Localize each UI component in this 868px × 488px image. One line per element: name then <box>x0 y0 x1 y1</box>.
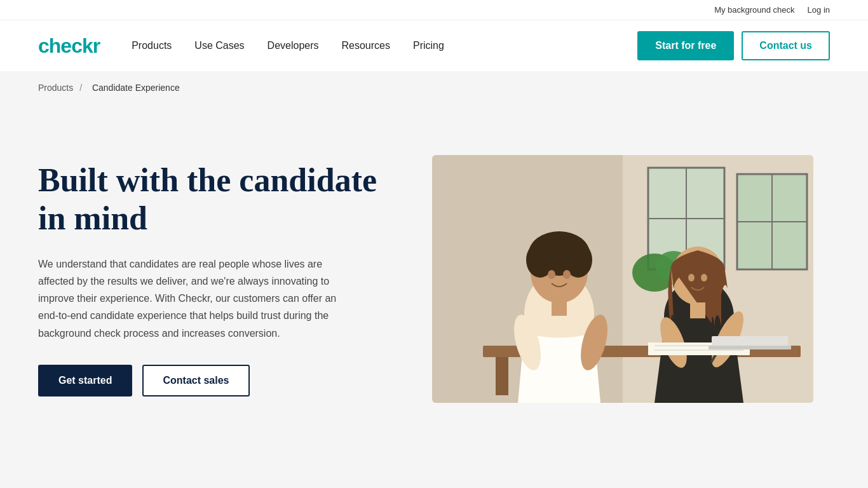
breadcrumb-current: Candidate Experience <box>92 83 180 93</box>
nav-item-developers[interactable]: Developers <box>268 40 319 51</box>
nav-item-use-cases[interactable]: Use Cases <box>194 40 244 51</box>
nav-actions: Start for free Contact us <box>637 31 830 60</box>
nav-item-pricing[interactable]: Pricing <box>413 40 444 51</box>
hero-illustration <box>432 155 813 403</box>
get-started-button[interactable]: Get started <box>38 365 132 396</box>
hero-image <box>432 155 813 403</box>
hero-content: Built with the candidate in mind We unde… <box>38 161 394 396</box>
nav-links: Products Use Cases Developers Resources … <box>132 40 637 51</box>
contact-us-button[interactable]: Contact us <box>742 31 830 60</box>
background-check-link[interactable]: My background check <box>714 5 794 15</box>
hero-section: Built with the candidate in mind We unde… <box>0 104 868 460</box>
start-for-free-button[interactable]: Start for free <box>637 31 734 60</box>
hero-title: Built with the candidate in mind <box>38 161 394 238</box>
svg-rect-42 <box>432 155 813 403</box>
navbar: checkr Products Use Cases Developers Res… <box>0 20 868 71</box>
nav-item-resources[interactable]: Resources <box>342 40 390 51</box>
contact-sales-button[interactable]: Contact sales <box>142 365 249 396</box>
breadcrumb: Products / Candidate Experience <box>0 71 868 104</box>
logo-text: checkr <box>38 34 100 58</box>
nav-item-products[interactable]: Products <box>132 40 172 51</box>
login-link[interactable]: Log in <box>808 5 830 15</box>
logo[interactable]: checkr <box>38 34 100 58</box>
hero-description: We understand that candidates are real p… <box>38 255 343 342</box>
breadcrumb-parent-link[interactable]: Products <box>38 83 73 93</box>
utility-bar: My background check Log in <box>0 0 868 20</box>
hero-buttons: Get started Contact sales <box>38 365 394 396</box>
breadcrumb-separator: / <box>79 83 82 93</box>
